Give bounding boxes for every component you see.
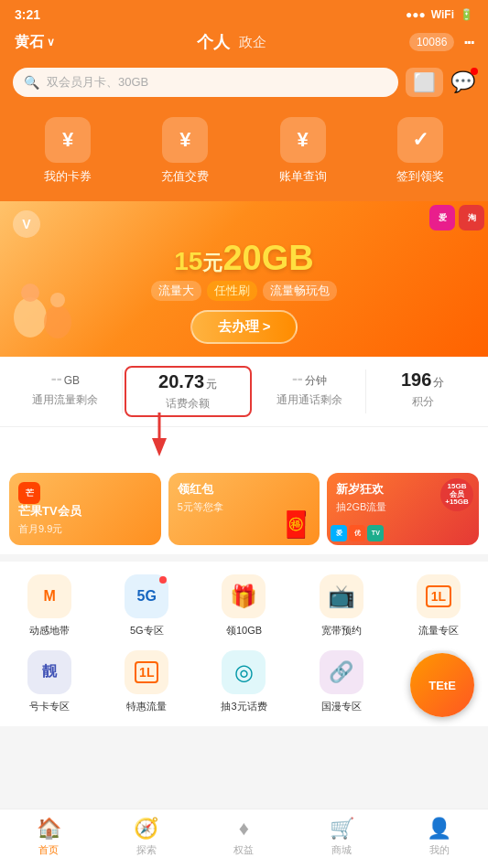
stat-points: 196 分 积分 — [366, 370, 479, 413]
mango-tv-subtitle: 首月9.9元 — [18, 522, 152, 536]
red-packet-title: 领红包 — [178, 482, 311, 498]
data-value: -- GB — [51, 370, 80, 389]
motionzone-label: 动感地带 — [29, 624, 70, 638]
svg-point-0 — [14, 297, 47, 338]
search-placeholder: 双会员月卡、30GB — [47, 74, 387, 91]
header: 黄石 ∨ 个人 政企 10086 ··· — [0, 26, 488, 62]
status-bar: 3:21 ●●● WiFi 🔋 — [0, 0, 488, 26]
mango-tv-icon: 芒 — [18, 482, 40, 504]
stats-container: -- GB 通用流量剩余 20.73 元 话费余额 -- 分钟 通用通话剩余 1… — [0, 357, 488, 427]
search-section: 🔍 双会员月卡、30GB ⬜ 💬 — [0, 62, 488, 108]
stat-balance[interactable]: 20.73 元 话费余额 — [125, 366, 252, 417]
banner-content: 15元20GB 流量大 任性刷 流量畅玩包 去办理 > — [13, 214, 475, 344]
points-label: 积分 — [412, 394, 434, 410]
tete-badge: TEtE — [396, 644, 488, 726]
location-text: 黄石 — [15, 33, 44, 52]
recharge-icon-box: ¥ — [162, 117, 208, 163]
svg-point-2 — [44, 305, 71, 338]
promo-new-year[interactable]: 新岁狂欢 抽2GB流量 15GB会员+15GB 爱 优 TV — [327, 473, 479, 545]
comics-label: 国漫专区 — [321, 700, 362, 713]
message-badge — [471, 68, 478, 75]
svg-marker-5 — [152, 438, 167, 456]
service-discount-data[interactable]: 1L 特惠流量 — [101, 650, 192, 713]
checkin-icon-box: ✓ — [397, 117, 443, 163]
quick-action-checkin[interactable]: ✓ 签到领奖 — [396, 117, 444, 185]
discountdata-icon: 1L — [135, 661, 158, 683]
scan-button[interactable]: ⬜ — [406, 68, 443, 97]
coupon-icon-box: ¥ — [45, 117, 91, 163]
hotline-button[interactable]: 10086 — [409, 33, 454, 51]
service-data-zone[interactable]: 1L 流量专区 — [393, 574, 484, 638]
drawcredit-icon-box: ◎ — [222, 650, 266, 694]
nav-benefits-label: 权益 — [233, 843, 254, 857]
quick-action-bill[interactable]: ¥ 账单查询 — [279, 117, 327, 185]
drawcredit-label: 抽3元话费 — [221, 700, 266, 713]
location-selector[interactable]: 黄石 ∨ — [15, 33, 55, 52]
nav-home-label: 首页 — [38, 843, 59, 857]
message-button[interactable]: 💬 — [450, 70, 475, 94]
scan-icon: ⬜ — [413, 71, 436, 93]
service-broadband[interactable]: 📺 宽带预约 — [296, 574, 387, 638]
stat-call-remaining: -- 分钟 通用通话剩余 — [254, 370, 367, 413]
banner-decoration-left — [7, 267, 81, 344]
data-label: 通用流量剩余 — [32, 392, 98, 408]
gift-icon: 🎁 — [230, 584, 257, 609]
profile-icon: 👤 — [427, 817, 451, 841]
promo-red-packet[interactable]: 领红包 5元等您拿 🧧 — [168, 473, 320, 545]
streaming-icons: 爱 优 TV — [331, 525, 384, 541]
quick-action-coupon[interactable]: ¥ 我的卡券 — [44, 117, 92, 185]
bill-icon: ¥ — [298, 128, 309, 152]
nav-explore[interactable]: 🧭 探索 — [98, 817, 196, 857]
service-comics[interactable]: 🔗 国漫专区 — [296, 650, 387, 713]
broadband-icon-box: 📺 — [320, 574, 363, 618]
banner-cta-button[interactable]: 去办理 > — [190, 310, 298, 344]
header-right-actions: 10086 ··· — [409, 32, 473, 53]
nav-profile[interactable]: 👤 我的 — [390, 817, 488, 857]
nav-explore-label: 探索 — [136, 843, 157, 857]
call-label: 通用通话剩余 — [277, 392, 342, 408]
nav-shop[interactable]: 🛒 商城 — [293, 817, 391, 857]
banner-tag-1: 流量大 — [151, 281, 201, 301]
service-5g[interactable]: 5G 5G专区 — [101, 574, 192, 638]
search-bar[interactable]: 🔍 双会员月卡、30GB — [13, 68, 398, 97]
datazone-icon-box: 1L — [417, 574, 461, 618]
points-value: 196 分 — [401, 370, 444, 391]
bottom-spacer — [0, 726, 488, 786]
5g-icon-box: 5G — [125, 574, 168, 618]
get10gb-icon-box: 🎁 — [222, 574, 266, 618]
yuan-icon: ¥ — [62, 128, 73, 152]
new-year-badge: 15GB会员+15GB — [440, 478, 473, 511]
stats-bar: -- GB 通用流量剩余 20.73 元 话费余额 -- 分钟 通用通话剩余 1… — [0, 357, 488, 427]
benefits-icon: ♦ — [239, 817, 249, 841]
simzone-icon-box: 靓 — [27, 650, 71, 694]
service-sim-zone[interactable]: 靓 号卡专区 — [4, 650, 95, 713]
shop-icon: 🛒 — [330, 817, 354, 841]
more-menu-button[interactable]: ··· — [463, 32, 473, 53]
promo-mango-tv[interactable]: 芒 芒果TV会员 首月9.9元 — [9, 473, 161, 545]
service-draw-credit[interactable]: ◎ 抽3元话费 — [198, 650, 289, 713]
arrow-annotation — [146, 413, 172, 462]
service-motionzone[interactable]: M 动感地带 — [4, 574, 95, 638]
broadband-label: 宽带预约 — [321, 624, 362, 638]
recharge-label: 充值交费 — [161, 168, 209, 185]
banner-subtitle: 流量大 任性刷 流量畅玩包 — [151, 281, 337, 301]
get10gb-label: 领10GB — [226, 624, 262, 638]
tab-enterprise[interactable]: 政企 — [239, 34, 266, 51]
checkin-label: 签到领奖 — [396, 168, 444, 185]
nav-benefits[interactable]: ♦ 权益 — [195, 817, 293, 857]
explore-icon: 🧭 — [134, 817, 158, 841]
bill-label: 账单查询 — [279, 168, 327, 185]
bill-icon-box: ¥ — [280, 117, 326, 163]
simzone-label: 号卡专区 — [29, 700, 70, 713]
5g-text-icon: 5G — [137, 588, 157, 605]
service-get-10gb[interactable]: 🎁 领10GB — [198, 574, 289, 638]
5g-notification-dot — [159, 576, 167, 584]
tab-personal[interactable]: 个人 — [197, 31, 230, 53]
promo-banner[interactable]: 爱 淘 V 15元20GB 流量大 任性刷 流量畅玩包 去办理 > — [0, 201, 488, 357]
discountdata-icon-box: 1L — [125, 650, 168, 694]
quick-action-recharge[interactable]: ¥ 充值交费 — [161, 117, 209, 185]
checkin-icon: ✓ — [412, 128, 428, 152]
nav-home[interactable]: 🏠 首页 — [0, 817, 98, 857]
discountdata-label: 特惠流量 — [126, 700, 167, 713]
arrow-spacer — [0, 427, 488, 464]
